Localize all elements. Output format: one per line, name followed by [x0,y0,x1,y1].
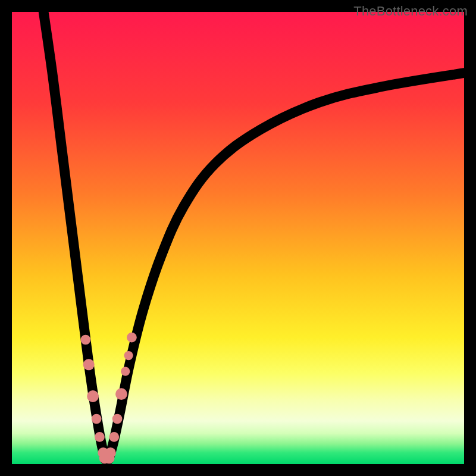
bead-left-4 [95,432,105,442]
bead-right-5 [124,351,133,360]
bead-right-3 [115,388,127,400]
bead-bottom-1 [104,453,114,464]
bead-left-3 [92,414,102,424]
bead-left-0 [81,335,91,345]
bead-right-2 [112,414,123,424]
curve-layer [12,12,464,464]
curve-right-branch [109,73,464,460]
bead-left-1 [83,359,95,370]
outer-frame: TheBottleneck.com [0,0,476,476]
watermark-text: TheBottleneck.com [353,4,468,19]
bead-right-6 [127,333,137,343]
plot-area [12,12,464,464]
bead-right-4 [121,367,130,376]
bead-right-1 [109,432,119,442]
bead-left-2 [87,390,99,402]
